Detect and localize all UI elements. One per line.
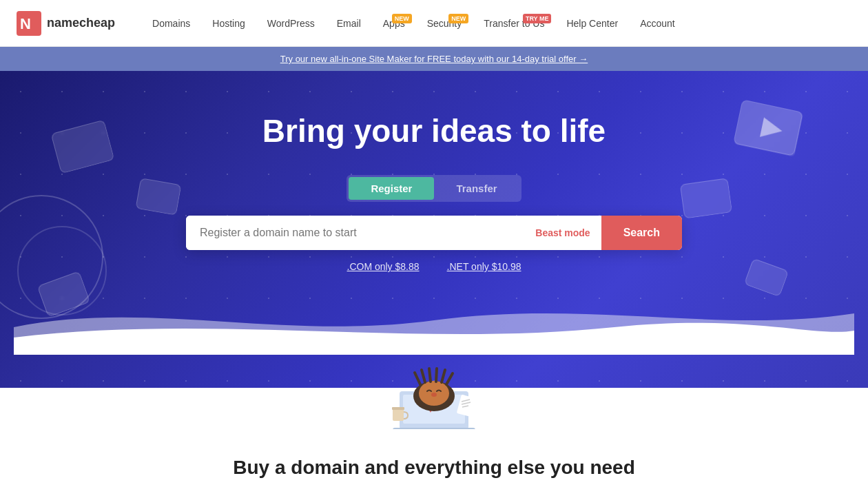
logo-text: namecheap bbox=[47, 16, 115, 30]
nav-item-help[interactable]: Help Center bbox=[557, 12, 628, 34]
logo[interactable]: N namecheap bbox=[17, 11, 115, 36]
nav-item-transfer[interactable]: Transfer to Us TRY ME bbox=[474, 12, 554, 34]
transfer-badge: TRY ME bbox=[523, 14, 552, 24]
svg-line-11 bbox=[422, 370, 425, 382]
svg-text:N: N bbox=[20, 15, 31, 32]
svg-line-14 bbox=[442, 370, 445, 382]
nav-links: Domains Hosting WordPress Email Apps NEW… bbox=[143, 12, 851, 34]
nav-item-domains[interactable]: Domains bbox=[143, 12, 200, 34]
hero-content: Bring your ideas to life Register Transf… bbox=[14, 112, 854, 272]
nav-item-security[interactable]: Security NEW bbox=[417, 12, 472, 34]
search-button[interactable]: Search bbox=[601, 216, 682, 250]
nav-item-hosting[interactable]: Hosting bbox=[203, 12, 254, 34]
svg-rect-7 bbox=[393, 428, 475, 429]
nav-item-account[interactable]: Account bbox=[630, 12, 685, 34]
domain-search-box: Beast mode Search bbox=[186, 216, 682, 250]
toggle-register[interactable]: Register bbox=[349, 177, 434, 200]
tld-com-link[interactable]: .COM only $8.88 bbox=[347, 261, 420, 272]
domain-toggle: Register Transfer bbox=[347, 175, 521, 202]
promo-banner: Try our new all-in-one Site Maker for FR… bbox=[0, 47, 868, 71]
hero-section: Bring your ideas to life Register Transf… bbox=[0, 71, 868, 388]
beast-mode-button[interactable]: Beast mode bbox=[524, 216, 601, 250]
namecheap-logo-icon: N bbox=[17, 11, 41, 36]
lower-title: Buy a domain and everything else you nee… bbox=[14, 457, 854, 479]
svg-line-15 bbox=[446, 373, 453, 384]
nav-item-wordpress[interactable]: WordPress bbox=[258, 12, 324, 34]
toggle-transfer[interactable]: Transfer bbox=[434, 177, 519, 200]
banner-link[interactable]: Try our new all-in-one Site Maker for FR… bbox=[280, 54, 588, 64]
lower-section: Buy a domain and everything else you nee… bbox=[0, 429, 868, 487]
hedgehog-svg: ♥ bbox=[379, 346, 489, 429]
tld-links: .COM only $8.88 .NET only $10.98 bbox=[14, 261, 854, 272]
domain-search-input[interactable] bbox=[186, 216, 524, 250]
security-badge: NEW bbox=[448, 14, 468, 24]
hedgehog-mascot: ♥ bbox=[0, 346, 868, 429]
hero-wave bbox=[14, 286, 854, 355]
svg-line-12 bbox=[429, 369, 431, 382]
svg-rect-18 bbox=[392, 407, 404, 410]
apps-badge: NEW bbox=[392, 14, 412, 24]
nav-item-apps[interactable]: Apps NEW bbox=[373, 12, 415, 34]
svg-line-13 bbox=[436, 369, 437, 382]
svg-line-10 bbox=[415, 373, 420, 384]
nav-item-email[interactable]: Email bbox=[327, 12, 371, 34]
svg-point-16 bbox=[431, 393, 437, 397]
tld-net-link[interactable]: .NET only $10.98 bbox=[447, 261, 521, 272]
hero-title: Bring your ideas to life bbox=[14, 112, 854, 150]
svg-rect-17 bbox=[393, 408, 404, 421]
navbar: N namecheap Domains Hosting WordPress Em… bbox=[0, 0, 868, 47]
